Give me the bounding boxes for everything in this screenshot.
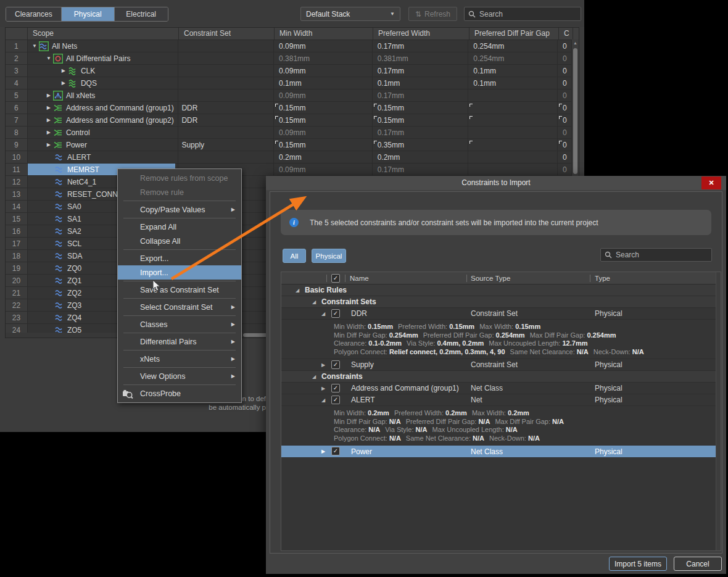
clearance-cell[interactable]: 0 [558, 89, 572, 102]
grid-vscroll-thumb[interactable] [573, 48, 577, 174]
grid-column-header-Preferred Diff Pair Gap[interactable]: Preferred Diff Pair Gap [469, 28, 559, 39]
menu-item-xnets[interactable]: xNets▶ [118, 352, 241, 366]
preferred-diff-pair-gap-cell[interactable] [468, 114, 558, 127]
table-row[interactable]: 8▶Control0.09mm0.17mm0 [6, 127, 572, 139]
group-expand-icon[interactable]: ◢ [312, 374, 316, 380]
scope-cell-inner[interactable]: ▶All xNets [28, 89, 175, 101]
scope-cell-inner[interactable]: ▼All Differential Pairs [28, 52, 175, 64]
grid-column-header-Scope[interactable]: Scope [28, 28, 179, 39]
menu-item-classes[interactable]: Classes▶ [118, 317, 241, 331]
select-all-checkbox[interactable]: ✓ [331, 274, 340, 283]
import-items-button[interactable]: Import 5 items [609, 557, 667, 571]
preferred-diff-pair-gap-cell[interactable] [468, 89, 558, 102]
preferred-diff-pair-gap-cell[interactable] [468, 164, 558, 176]
scope-cell-inner[interactable]: ▼All Nets [28, 40, 175, 52]
table-row[interactable]: 9▶PowerSupply0.15mm0.35mm0 [6, 139, 572, 151]
preferred-width-cell[interactable]: 0.35mm [373, 139, 469, 151]
row-expand-arrow[interactable]: ▶ [44, 130, 53, 135]
column-header-name[interactable]: Name [350, 272, 369, 284]
preferred-width-cell[interactable]: 0.17mm [373, 89, 469, 102]
preferred-diff-pair-gap-cell[interactable]: 0.1mm [468, 65, 558, 77]
table-row[interactable]: 10ALERT0.2mm0.2mm0 [6, 151, 572, 164]
tab-physical[interactable]: Physical [62, 7, 115, 21]
row-expand-icon[interactable]: ▶ [321, 449, 325, 454]
preferred-diff-pair-gap-cell[interactable] [468, 127, 558, 139]
row-expand-icon[interactable]: ▶ [321, 386, 325, 391]
clearance-cell[interactable]: 0 [558, 114, 572, 127]
clearance-cell[interactable]: 0 [558, 40, 572, 52]
preferred-diff-pair-gap-cell[interactable] [468, 139, 558, 151]
min-width-cell[interactable]: 0.15mm [274, 102, 373, 114]
scrollbar-up-arrow-icon[interactable]: ▲ [573, 41, 577, 45]
row-expand-arrow[interactable]: ▶ [59, 68, 68, 73]
menu-item-save-as-constraint-set[interactable]: Save as Constraint Set [118, 283, 241, 297]
preferred-diff-pair-gap-cell[interactable]: 0.254mm [468, 52, 558, 65]
table-row[interactable]: 2▼All Differential Pairs0.381mm0.381mm0.… [6, 52, 572, 65]
dialog-close-button[interactable]: ✕ [701, 176, 721, 189]
filter-physical-button[interactable]: Physical [312, 249, 346, 263]
clearance-cell[interactable]: 0 [558, 65, 572, 77]
dialog-search-box[interactable] [600, 248, 712, 262]
grid-column-header-Min Width[interactable]: Min Width [275, 28, 373, 39]
min-width-cell[interactable]: 0.09mm [274, 127, 373, 139]
menu-item-import[interactable]: Import... [118, 265, 241, 280]
preferred-width-cell[interactable]: 0.2mm [373, 151, 469, 164]
row-checkbox[interactable]: ✓ [331, 309, 340, 318]
group-expand-icon[interactable]: ◢ [312, 299, 316, 305]
menu-item-crossprobe[interactable]: CrossProbe [118, 386, 241, 401]
import-row-address-and-command-group1-[interactable]: ▶✓Address and Command (group1)Net ClassP… [281, 383, 721, 394]
menu-item-copy-paste-values[interactable]: Copy/Paste Values▶ [118, 202, 241, 217]
preferred-diff-pair-gap-cell[interactable] [468, 102, 558, 114]
preferred-diff-pair-gap-cell[interactable] [468, 151, 558, 164]
grid-column-header-C[interactable]: C [559, 28, 573, 39]
row-expand-arrow[interactable]: ▶ [44, 93, 53, 98]
refresh-button[interactable]: ⇅ Refresh [408, 7, 457, 21]
dialog-search-input[interactable] [612, 251, 708, 259]
row-checkbox[interactable]: ✓ [331, 447, 340, 455]
table-row[interactable]: 5▶All xNets0.09mm0.17mm0 [6, 89, 572, 102]
preferred-width-cell[interactable]: 0.15mm [373, 102, 469, 114]
table-row[interactable]: 11MEMRST0.09mm0.17mm0 [6, 164, 572, 176]
menu-item-remove-rule[interactable]: Remove rule [118, 185, 241, 199]
constraint-set-cell[interactable] [178, 89, 274, 102]
scope-cell-inner[interactable]: ALERT [28, 151, 175, 163]
column-header-type[interactable]: Type [595, 272, 610, 284]
min-width-cell[interactable]: 0.09mm [274, 40, 373, 52]
min-width-cell[interactable]: 0.09mm [274, 89, 373, 102]
min-width-cell[interactable]: 0.381mm [274, 52, 373, 65]
preferred-width-cell[interactable]: 0.1mm [373, 77, 469, 89]
preferred-width-cell[interactable]: 0.17mm [373, 40, 469, 52]
constraint-set-cell[interactable]: DDR [178, 102, 274, 114]
clearance-cell[interactable]: 0 [558, 77, 572, 89]
constraint-set-cell[interactable] [178, 52, 274, 65]
group-row-constraints[interactable]: ◢Constraints [281, 371, 721, 383]
import-row-supply[interactable]: ▶✓SupplyConstraint SetPhysical [281, 359, 721, 371]
constraint-set-cell[interactable]: DDR [178, 114, 274, 127]
grid-column-header-Constraint Set[interactable]: Constraint Set [179, 28, 275, 39]
clearance-cell[interactable]: 0 [558, 164, 572, 176]
import-row-ddr[interactable]: ◢✓DDRConstraint SetPhysical [281, 308, 721, 320]
table-row[interactable]: 7▶Address and Command (group2)DDR0.15mm0… [6, 114, 572, 127]
table-row[interactable]: 6▶Address and Command (group1)DDR0.15mm0… [6, 102, 572, 114]
row-expand-arrow[interactable]: ▶ [44, 117, 53, 123]
row-expand-arrow[interactable]: ▶ [59, 80, 68, 86]
group-row-constraint-sets[interactable]: ◢Constraint Sets [281, 296, 721, 308]
filter-all-button[interactable]: All [283, 249, 306, 263]
menu-item-export[interactable]: Export... [118, 251, 241, 265]
scope-cell-inner[interactable]: ▶Control [28, 127, 175, 138]
preferred-width-cell[interactable]: 0.17mm [373, 65, 469, 77]
table-row[interactable]: 1▼All Nets0.09mm0.17mm0.254mm0 [6, 40, 572, 52]
dialog-titlebar[interactable]: Constraints to Import ✕ [266, 176, 726, 190]
row-expand-arrow[interactable]: ▶ [44, 142, 53, 147]
preferred-width-cell[interactable]: 0.15mm [373, 114, 469, 127]
import-table-scrollbar[interactable] [716, 272, 721, 550]
preferred-diff-pair-gap-cell[interactable]: 0.1mm [468, 77, 558, 89]
row-expand-icon[interactable]: ◢ [321, 397, 325, 403]
constraint-set-cell[interactable] [178, 40, 274, 52]
tab-electrical[interactable]: Electrical [115, 7, 168, 21]
clearance-cell[interactable]: 0 [558, 52, 572, 65]
clearance-cell[interactable]: 0 [558, 151, 572, 164]
cancel-button[interactable]: Cancel [674, 557, 722, 571]
constraint-set-cell[interactable] [178, 65, 274, 77]
preferred-diff-pair-gap-cell[interactable]: 0.254mm [468, 40, 558, 52]
